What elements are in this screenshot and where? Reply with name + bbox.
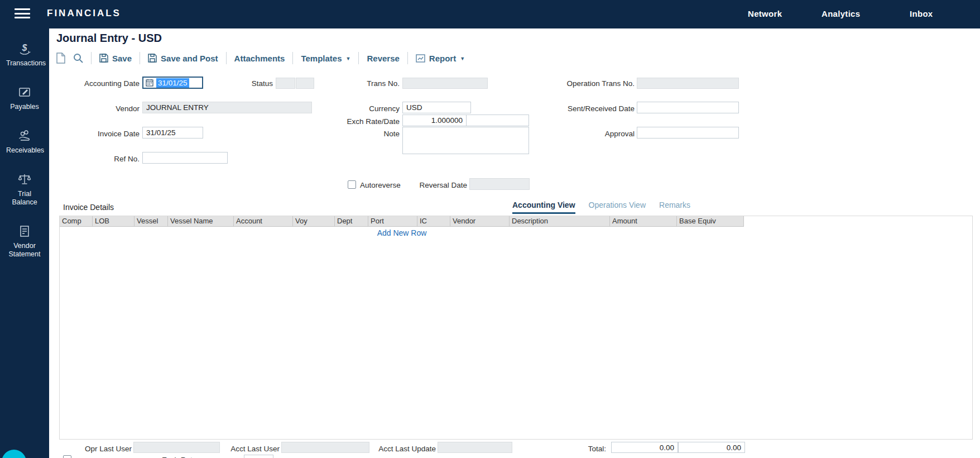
- total-label: Total:: [561, 443, 606, 455]
- payables-icon: [17, 84, 32, 100]
- svg-text:$: $: [22, 43, 28, 53]
- autoreverse-checkbox[interactable]: [348, 180, 356, 189]
- trial-balance-icon: [17, 171, 32, 187]
- currency-label: Currency: [344, 103, 400, 115]
- col-vessel-name: Vessel Name: [168, 216, 234, 227]
- acct-last-user-field: [281, 442, 369, 453]
- sidebar-item-label: Transactions: [6, 59, 43, 68]
- exch-date-field[interactable]: [466, 115, 529, 126]
- receivables-icon: [17, 128, 32, 144]
- table-header-row: Comp LOB Vessel Vessel Name Account Voy …: [60, 216, 972, 227]
- clipped-row-checkbox[interactable]: [63, 455, 71, 458]
- col-ic: IC: [417, 216, 450, 227]
- col-lob: LOB: [93, 216, 134, 227]
- reversal-date-field: [469, 178, 530, 190]
- left-sidebar: $ Transactions Payables Receivables: [0, 28, 49, 458]
- page-title: Journal Entry - USD: [56, 32, 162, 45]
- reversal-date-label: Reversal Date: [411, 180, 467, 191]
- add-new-row-link[interactable]: Add New Row: [377, 228, 427, 237]
- status-field-1: [276, 78, 295, 89]
- calendar-icon[interactable]: [146, 79, 153, 87]
- nav-analytics[interactable]: Analytics: [822, 9, 860, 18]
- opr-last-user-field: [133, 442, 220, 453]
- opr-last-user-label: Opr Last User: [70, 443, 132, 455]
- toolbar-divider: [91, 52, 92, 64]
- clipped-row-label: Exch Rate: [162, 455, 196, 458]
- ref-no-field[interactable]: [142, 152, 228, 164]
- toolbar: Save Save and Post Attachments Templates…: [56, 50, 465, 66]
- invoice-date-field[interactable]: 31/01/25: [142, 127, 203, 139]
- currency-field[interactable]: USD: [402, 102, 471, 113]
- sidebar-item-vendor-statement[interactable]: Vendor Statement: [0, 223, 49, 259]
- exch-rate-date-label: Exch Rate/Date: [321, 116, 400, 127]
- tab-accounting-view[interactable]: Accounting View: [512, 201, 575, 214]
- chevron-down-icon: ▼: [460, 56, 465, 61]
- approval-label: Approval: [545, 128, 635, 140]
- col-port: Port: [368, 216, 417, 227]
- note-field[interactable]: [402, 127, 529, 154]
- attachments-button[interactable]: Attachments: [234, 54, 285, 63]
- sidebar-item-label: Payables: [6, 103, 43, 111]
- sent-received-date-label: Sent/Received Date: [534, 103, 635, 115]
- accounting-date-label: Accounting Date: [56, 78, 140, 89]
- trans-no-label: Trans No.: [344, 78, 400, 89]
- top-navbar: FINANCIALS Network Analytics Inbox: [0, 0, 980, 28]
- vendor-field: JOURNAL ENTRY: [142, 102, 312, 113]
- templates-button[interactable]: Templates▼: [301, 54, 350, 63]
- ref-no-label: Ref No.: [56, 154, 140, 165]
- sidebar-item-receivables[interactable]: Receivables: [0, 128, 49, 155]
- toolbar-divider: [358, 52, 359, 64]
- approval-field[interactable]: [637, 127, 739, 139]
- sidebar-item-label: Vendor Statement: [6, 242, 43, 259]
- tab-remarks[interactable]: Remarks: [659, 201, 690, 214]
- toolbar-divider: [226, 52, 227, 64]
- toolbar-divider: [140, 52, 140, 64]
- clipped-row-field[interactable]: 31/0: [244, 455, 273, 458]
- trans-no-field: [402, 78, 488, 89]
- invoice-details-title: Invoice Details: [63, 203, 114, 212]
- hamburger-menu-icon[interactable]: [15, 8, 30, 20]
- col-account: Account: [234, 216, 293, 227]
- total-amount-field: 0.00: [611, 442, 678, 453]
- col-base-equiv: Base Equiv: [677, 216, 744, 227]
- vendor-label: Vendor: [56, 103, 140, 115]
- status-field-2: [296, 78, 314, 89]
- col-vendor: Vendor: [450, 216, 510, 227]
- exch-rate-field[interactable]: 1.000000: [402, 115, 467, 126]
- new-document-icon[interactable]: [56, 53, 65, 64]
- sidebar-item-trial-balance[interactable]: Trial Balance: [0, 171, 49, 207]
- col-comp: Comp: [60, 216, 93, 227]
- col-amount: Amount: [610, 216, 677, 227]
- invoice-details-table: Comp LOB Vessel Vessel Name Account Voy …: [59, 216, 973, 440]
- col-description: Description: [510, 216, 610, 227]
- note-label: Note: [344, 128, 400, 140]
- toolbar-divider: [292, 52, 293, 64]
- status-label: Status: [217, 78, 273, 89]
- search-icon[interactable]: [73, 53, 83, 63]
- operation-trans-no-label: Operation Trans No.: [545, 78, 635, 89]
- operation-trans-no-field: [637, 78, 739, 89]
- details-tabs: Accounting View Operations View Remarks: [512, 201, 690, 214]
- save-and-post-button[interactable]: Save and Post: [148, 54, 218, 63]
- sidebar-item-label: Receivables: [6, 146, 43, 155]
- sidebar-item-payables[interactable]: Payables: [0, 84, 49, 111]
- col-voy: Voy: [293, 216, 335, 227]
- report-button[interactable]: Report▼: [416, 54, 465, 63]
- transactions-icon: $: [17, 41, 32, 56]
- acct-last-update-field: [438, 442, 512, 453]
- accounting-date-field[interactable]: 31/01/25: [142, 77, 203, 89]
- sent-received-date-field[interactable]: [637, 102, 739, 113]
- toolbar-divider: [407, 52, 408, 64]
- tab-operations-view[interactable]: Operations View: [589, 201, 646, 214]
- nav-inbox[interactable]: Inbox: [910, 9, 933, 18]
- nav-network[interactable]: Network: [748, 9, 782, 18]
- invoice-date-label: Invoice Date: [56, 128, 140, 140]
- save-button[interactable]: Save: [99, 54, 132, 63]
- sidebar-item-transactions[interactable]: $ Transactions: [0, 41, 49, 68]
- app-title: FINANCIALS: [47, 8, 121, 19]
- vendor-statement-icon: [17, 223, 32, 239]
- save-icon: [148, 54, 157, 63]
- reverse-button[interactable]: Reverse: [367, 54, 399, 63]
- total-base-equiv-field: 0.00: [678, 442, 745, 453]
- chevron-down-icon: ▼: [346, 56, 351, 61]
